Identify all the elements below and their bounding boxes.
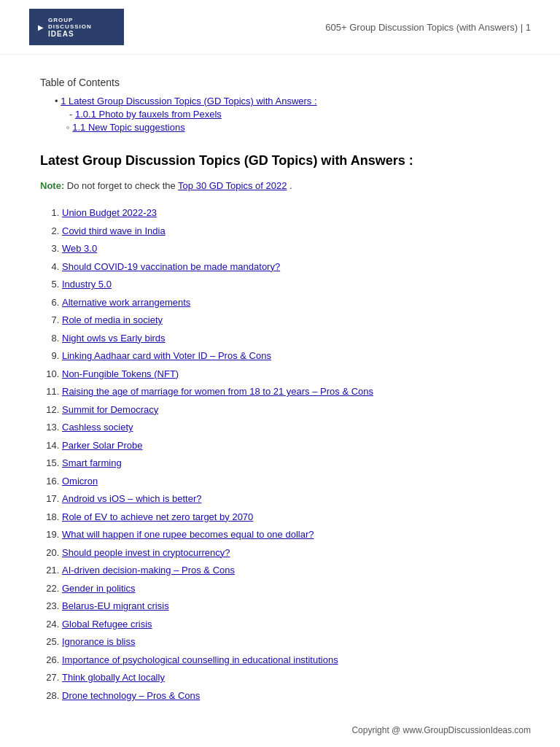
- list-item: Industry 5.0: [62, 277, 520, 292]
- toc-sub-list: 1.0.1 Photo by fauxels from Pexels: [55, 109, 520, 120]
- list-item: Gender in politics: [62, 581, 520, 596]
- logo-text: GROUP DISCUSSION IDEAS: [48, 17, 115, 38]
- toc-item-1: 1 Latest Group Discussion Topics (GD Top…: [55, 96, 520, 133]
- list-item: Night owls vs Early birds: [62, 331, 520, 346]
- toc-title: Table of Contents: [40, 77, 520, 88]
- topic-link-6[interactable]: Alternative work arrangements: [62, 297, 190, 308]
- list-item: Omicron: [62, 474, 520, 489]
- list-item: Role of EV to achieve net zero target by…: [62, 510, 520, 525]
- topic-link-21[interactable]: AI-driven decision-making – Pros & Cons: [62, 565, 235, 576]
- footer: Copyright @ www.GroupDiscussionIdeas.com: [351, 725, 531, 735]
- list-item: Non-Fungible Tokens (NFT): [62, 367, 520, 382]
- topic-link-2[interactable]: Covid third wave in India: [62, 225, 166, 236]
- list-item: Raising the age of marriage for women fr…: [62, 384, 520, 399]
- topics-list: Union Budget 2022-23Covid third wave in …: [40, 206, 520, 703]
- topic-link-4[interactable]: Should COVID-19 vaccination be made mand…: [62, 261, 280, 272]
- logo[interactable]: ▶ GROUP DISCUSSION IDEAS: [29, 9, 124, 45]
- note-label: Note:: [40, 180, 64, 191]
- logo-icon: ▶: [38, 23, 44, 31]
- topic-link-28[interactable]: Drone technology – Pros & Cons: [62, 690, 200, 701]
- list-item: What will happen if one rupee becomes eq…: [62, 527, 520, 542]
- toc-sub-link-1[interactable]: 1.0.1 Photo by fauxels from Pexels: [75, 109, 222, 120]
- topic-link-15[interactable]: Smart farming: [62, 457, 122, 468]
- topic-link-24[interactable]: Global Refugee crisis: [62, 619, 152, 630]
- topic-link-17[interactable]: Android vs iOS – which is better?: [62, 493, 201, 504]
- note-text: Do not forget to check the: [67, 180, 178, 191]
- section-heading: Latest Group Discussion Topics (GD Topic…: [40, 153, 520, 169]
- list-item: Drone technology – Pros & Cons: [62, 689, 520, 703]
- list-item: Covid third wave in India: [62, 224, 520, 239]
- list-item: AI-driven decision-making – Pros & Cons: [62, 563, 520, 578]
- table-of-contents: Table of Contents 1 Latest Group Discuss…: [40, 77, 520, 133]
- list-item: Role of media in society: [62, 313, 520, 328]
- topic-link-1[interactable]: Union Budget 2022-23: [62, 207, 157, 218]
- note-link[interactable]: Top 30 GD Topics of 2022: [178, 180, 287, 191]
- list-item: Union Budget 2022-23: [62, 206, 520, 220]
- topic-link-5[interactable]: Industry 5.0: [62, 279, 112, 290]
- list-item: Alternative work arrangements: [62, 295, 520, 310]
- topic-link-13[interactable]: Cashless society: [62, 422, 133, 433]
- topic-link-18[interactable]: Role of EV to achieve net zero target by…: [62, 511, 253, 522]
- topic-link-20[interactable]: Should people invest in cryptocurrency?: [62, 547, 230, 558]
- toc-sub2-link-1[interactable]: 1.1 New Topic suggestions: [72, 122, 184, 133]
- topic-link-3[interactable]: Web 3.0: [62, 243, 97, 254]
- topic-link-26[interactable]: Importance of psychological counselling …: [62, 654, 338, 665]
- topic-link-16[interactable]: Omicron: [62, 476, 98, 487]
- toc-list: 1 Latest Group Discussion Topics (GD Top…: [40, 96, 520, 133]
- list-item: Cashless society: [62, 420, 520, 435]
- list-item: Global Refugee crisis: [62, 617, 520, 632]
- topic-link-19[interactable]: What will happen if one rupee becomes eq…: [62, 529, 314, 540]
- topic-link-27[interactable]: Think globally Act locally: [62, 672, 165, 683]
- toc-sub2-list: 1.1 New Topic suggestions: [55, 122, 520, 133]
- list-item: Android vs iOS – which is better?: [62, 492, 520, 506]
- topic-link-11[interactable]: Raising the age of marriage for women fr…: [62, 386, 373, 397]
- list-item: Linking Aadhaar card with Voter ID – Pro…: [62, 349, 520, 363]
- note-line: Note: Do not forget to check the Top 30 …: [40, 180, 520, 191]
- topic-link-14[interactable]: Parker Solar Probe: [62, 440, 143, 451]
- topic-link-9[interactable]: Linking Aadhaar card with Voter ID – Pro…: [62, 350, 271, 361]
- page-title: 605+ Group Discussion Topics (with Answe…: [325, 22, 531, 33]
- topic-link-8[interactable]: Night owls vs Early birds: [62, 333, 166, 344]
- list-item: Should COVID-19 vaccination be made mand…: [62, 260, 520, 274]
- list-item: Belarus-EU migrant crisis: [62, 599, 520, 614]
- main-content: Table of Contents 1 Latest Group Discuss…: [0, 55, 560, 747]
- note-end: .: [289, 180, 292, 191]
- list-item: Summit for Democracy: [62, 403, 520, 417]
- toc-sub-item-1: 1.0.1 Photo by fauxels from Pexels: [69, 109, 520, 120]
- topic-link-7[interactable]: Role of media in society: [62, 314, 163, 325]
- topic-link-10[interactable]: Non-Fungible Tokens (NFT): [62, 368, 179, 379]
- list-item: Smart farming: [62, 456, 520, 471]
- footer-text: Copyright @ www.GroupDiscussionIdeas.com: [351, 725, 531, 735]
- toc-sub2-item-1: 1.1 New Topic suggestions: [66, 122, 520, 133]
- topic-link-23[interactable]: Belarus-EU migrant crisis: [62, 600, 169, 611]
- topic-link-25[interactable]: Ignorance is bliss: [62, 636, 135, 647]
- list-item: Parker Solar Probe: [62, 438, 520, 453]
- page-header: ▶ GROUP DISCUSSION IDEAS 605+ Group Disc…: [0, 0, 560, 55]
- list-item: Web 3.0: [62, 241, 520, 256]
- toc-link-1[interactable]: 1 Latest Group Discussion Topics (GD Top…: [61, 96, 316, 107]
- topic-link-22[interactable]: Gender in politics: [62, 583, 135, 594]
- topic-link-12[interactable]: Summit for Democracy: [62, 404, 158, 415]
- list-item: Importance of psychological counselling …: [62, 653, 520, 667]
- list-item: Should people invest in cryptocurrency?: [62, 546, 520, 560]
- list-item: Think globally Act locally: [62, 670, 520, 685]
- list-item: Ignorance is bliss: [62, 635, 520, 649]
